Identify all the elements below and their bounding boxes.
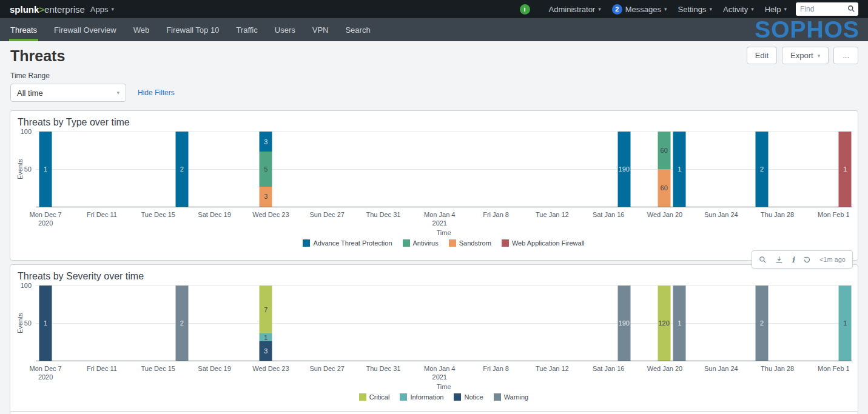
tab-web[interactable]: Web xyxy=(133,18,150,41)
help-menu[interactable]: Help ▾ xyxy=(759,0,792,18)
bar-segment-advance-threat-protection[interactable]: 2 xyxy=(175,132,188,207)
legend-item-antivirus[interactable]: Antivirus xyxy=(403,239,439,247)
bar-segment-antivirus[interactable]: 60 xyxy=(658,132,670,169)
bar-thu-jan-28[interactable]: 2 xyxy=(756,132,769,207)
bar-segment-sandstrom[interactable]: 3 xyxy=(260,187,272,207)
chevron-down-icon: ▾ xyxy=(818,53,821,59)
tab-firewall-overview[interactable]: Firewall Overview xyxy=(54,18,116,41)
bar-jan-21[interactable]: 1 xyxy=(673,285,686,361)
bar-value-label: 2 xyxy=(760,165,764,173)
chevron-down-icon: ▾ xyxy=(664,6,667,12)
bar-segment-notice[interactable]: 1 xyxy=(39,285,52,361)
tab-traffic[interactable]: Traffic xyxy=(236,18,257,41)
x-tick-label: Wed Jan 20 xyxy=(647,211,683,219)
settings-menu[interactable]: Settings ▾ xyxy=(673,0,718,18)
x-tick-label: Sat Dec 19 xyxy=(198,211,230,219)
bar-segment-information[interactable]: 1 xyxy=(260,333,272,341)
bar-segment-warning[interactable]: 2 xyxy=(756,285,769,361)
bar-mon-feb-1[interactable]: 1 xyxy=(839,132,852,207)
apps-menu[interactable]: Apps ▾ xyxy=(85,0,119,18)
activity-menu[interactable]: Activity ▾ xyxy=(718,0,759,18)
bar-mon-dec-7[interactable]: 1 xyxy=(39,285,52,361)
splunk-logo[interactable]: splunk>enterprise xyxy=(10,4,85,15)
bar-thu-jan-28[interactable]: 2 xyxy=(756,285,769,361)
bar-segment-web-application-firewall[interactable]: 1 xyxy=(839,132,852,207)
legend-item-web-application-firewall[interactable]: Web Application Firewall xyxy=(502,239,585,247)
bar-sat-jan-16[interactable]: 190 xyxy=(617,285,630,361)
bar-segment-advance-threat-protection[interactable]: 190 xyxy=(617,132,630,207)
tab-users[interactable]: Users xyxy=(275,18,295,41)
bar-segment-warning[interactable]: 2 xyxy=(175,285,188,361)
more-actions-button[interactable]: ... xyxy=(833,47,858,64)
bar-segment-advance-threat-protection[interactable]: 1 xyxy=(673,132,686,207)
bar-dec-16[interactable]: 2 xyxy=(175,132,188,207)
x-tick-label: Fri Dec 11 xyxy=(87,211,117,219)
bar-dec-16[interactable]: 2 xyxy=(175,285,188,361)
info-icon[interactable]: i xyxy=(792,255,795,264)
tab-firewall-top-10[interactable]: Firewall Top 10 xyxy=(166,18,219,41)
legend-swatch xyxy=(403,239,410,247)
bar-wed-dec-23[interactable]: 353 xyxy=(260,132,272,207)
bar-value-label: 3 xyxy=(264,138,267,145)
bar-wed-dec-23[interactable]: 713 xyxy=(260,285,272,361)
bar-segment-advance-threat-protection[interactable]: 3 xyxy=(260,132,272,152)
panel-title-threats-by-severity: Threats by Severity over time xyxy=(10,265,858,283)
bar-sat-jan-16[interactable]: 190 xyxy=(617,132,630,207)
edit-button[interactable]: Edit xyxy=(747,47,777,64)
time-range-dropdown[interactable]: All time ▾ xyxy=(10,84,126,102)
x-tick-label: Tue Dec 15 xyxy=(141,211,175,219)
tab-search[interactable]: Search xyxy=(345,18,370,41)
legend-item-notice[interactable]: Notice xyxy=(454,393,483,401)
open-in-search-icon[interactable] xyxy=(759,256,767,264)
bar-segment-warning[interactable]: 190 xyxy=(617,285,630,361)
bar-segment-advance-threat-protection[interactable]: 2 xyxy=(756,132,769,207)
administrator-menu[interactable]: Administrator ▾ xyxy=(543,0,607,18)
bar-wed-jan-20[interactable]: 120 xyxy=(658,285,670,361)
y-axis-label: Events xyxy=(16,285,24,361)
bar-segment-antivirus[interactable]: 5 xyxy=(260,152,272,186)
messages-menu[interactable]: 2 Messages ▾ xyxy=(607,0,673,18)
bar-mon-feb-1[interactable]: 1 xyxy=(839,285,852,361)
export-button[interactable]: Export ▾ xyxy=(782,47,829,64)
x-tick-label: Wed Jan 20 xyxy=(647,365,683,373)
bar-segment-sandstrom[interactable]: 60 xyxy=(658,169,670,207)
gridline xyxy=(36,132,852,132)
bar-segment-advance-threat-protection[interactable]: 1 xyxy=(39,132,52,207)
x-tick-label: Sat Jan 16 xyxy=(593,211,625,219)
bar-segment-notice[interactable]: 3 xyxy=(260,341,272,361)
x-tick-label: Sat Dec 19 xyxy=(198,365,230,373)
splunk-logo-product: enterprise xyxy=(44,4,85,15)
legend-item-warning[interactable]: Warning xyxy=(494,393,529,401)
x-tick-label: Sun Dec 27 xyxy=(309,211,344,219)
legend-item-advance-threat-protection[interactable]: Advance Threat Protection xyxy=(303,239,392,247)
bar-value-label: 3 xyxy=(264,347,267,355)
plot-area: 1005012713190120121 xyxy=(36,285,852,361)
tab-threats[interactable]: Threats xyxy=(10,18,37,41)
legend-item-information[interactable]: Information xyxy=(400,393,443,401)
bar-segment-warning[interactable]: 1 xyxy=(673,285,686,361)
x-tick-label: Sat Jan 16 xyxy=(593,365,625,373)
y-tick-label: 100 xyxy=(21,128,32,135)
legend-label: Notice xyxy=(464,393,483,401)
x-tick-label: Tue Jan 12 xyxy=(536,365,569,373)
search-icon[interactable] xyxy=(847,5,855,13)
refresh-icon[interactable] xyxy=(803,256,811,264)
bar-segment-information[interactable]: 1 xyxy=(839,285,852,361)
bar-segment-critical[interactable]: 120 xyxy=(658,285,670,361)
tab-vpn[interactable]: VPN xyxy=(312,18,329,41)
splunk-logo-text: splunk xyxy=(10,4,39,15)
x-axis-ticks: Mon Dec 72020Fri Dec 11Tue Dec 15Sat Dec… xyxy=(36,207,852,229)
bar-mon-dec-7[interactable]: 1 xyxy=(39,132,52,207)
legend-item-sandstrom[interactable]: Sandstrom xyxy=(449,239,491,247)
chart-legend: CriticalInformationNoticeWarning xyxy=(36,393,852,401)
legend-item-critical[interactable]: Critical xyxy=(359,393,390,401)
chevron-down-icon: ▾ xyxy=(709,6,712,12)
info-circle-icon[interactable]: i xyxy=(520,4,530,15)
bar-segment-critical[interactable]: 7 xyxy=(260,285,272,333)
hide-filters-link[interactable]: Hide Filters xyxy=(138,88,175,97)
download-icon[interactable] xyxy=(775,256,783,264)
bar-jan-21[interactable]: 1 xyxy=(673,132,686,207)
x-tick-label: Mon Jan 42021 xyxy=(424,211,455,228)
bar-wed-jan-20[interactable]: 6060 xyxy=(658,132,670,207)
bar-value-label: 3 xyxy=(264,193,267,200)
